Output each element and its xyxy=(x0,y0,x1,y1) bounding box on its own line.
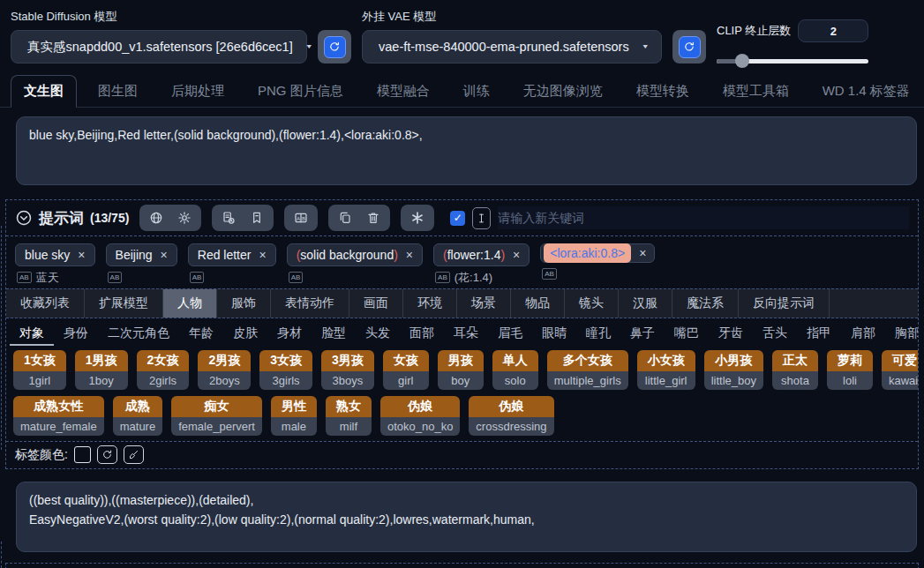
tag-button[interactable]: 小男孩little_boy xyxy=(704,350,763,390)
tag-button[interactable]: 3女孩3girls xyxy=(259,350,312,390)
tag-button[interactable]: 小女孩little_girl xyxy=(637,350,695,390)
main-tab[interactable]: 模型工具箱 xyxy=(710,76,801,107)
category-tab[interactable]: 场景 xyxy=(457,289,511,318)
positive-prompt-textarea[interactable]: blue sky,Beijing,Red letter,(solid backg… xyxy=(16,116,917,185)
prompt-chip[interactable]: Beijing× xyxy=(106,243,177,266)
subcategory-tab[interactable]: 年龄 xyxy=(179,320,223,346)
subcategory-tab[interactable]: 胸部 xyxy=(885,320,918,346)
subcategory-tab[interactable]: 舌头 xyxy=(753,320,797,346)
history-button[interactable] xyxy=(222,211,236,225)
chip-remove-icon[interactable]: × xyxy=(78,248,85,262)
category-tab[interactable]: 物品 xyxy=(511,289,565,318)
clip-skip-slider[interactable] xyxy=(717,54,868,68)
subcategory-tab[interactable]: 头发 xyxy=(356,320,400,346)
main-tab[interactable]: 模型转换 xyxy=(624,76,702,107)
tag-button[interactable]: 女孩girl xyxy=(383,350,429,390)
main-tab[interactable]: 图生图 xyxy=(86,76,150,107)
tag-button[interactable]: 1女孩1girl xyxy=(13,350,66,390)
category-tab[interactable]: 收藏列表 xyxy=(6,289,85,318)
clip-skip-input[interactable] xyxy=(798,19,868,42)
sd-model-refresh-button[interactable] xyxy=(318,30,351,64)
text-cursor-icon[interactable] xyxy=(472,207,491,229)
collapse-chevron-icon[interactable] xyxy=(15,209,33,227)
subcategory-tab[interactable]: 身材 xyxy=(267,320,312,346)
main-tab[interactable]: WD 1.4 标签器 xyxy=(810,76,922,107)
category-tab[interactable]: 魔法系 xyxy=(672,289,739,318)
main-tab[interactable]: 无边图像浏览 xyxy=(511,76,615,107)
vae-refresh-button[interactable] xyxy=(672,30,706,64)
translate-button[interactable]: AB xyxy=(294,211,308,225)
subcategory-tab[interactable]: 眉毛 xyxy=(488,320,532,346)
tag-button[interactable]: 正太shota xyxy=(772,350,818,390)
vae-dropdown[interactable]: vae-ft-mse-840000-ema-pruned.safetensors… xyxy=(362,30,662,64)
chip-remove-icon[interactable]: × xyxy=(161,248,168,262)
subcategory-tab[interactable]: 鼻子 xyxy=(620,320,665,346)
tag-button[interactable]: 1男孩1boy xyxy=(75,350,128,390)
color-swatch[interactable] xyxy=(74,446,91,463)
main-tab[interactable]: 模型融合 xyxy=(364,76,442,107)
subcategory-tab[interactable]: 指甲 xyxy=(797,320,841,346)
copy-button[interactable] xyxy=(338,211,352,225)
chip-remove-icon[interactable]: × xyxy=(513,248,520,262)
slider-handle-icon[interactable] xyxy=(735,54,749,68)
subcategory-tab[interactable]: 脸型 xyxy=(312,320,356,346)
subcategory-tab[interactable]: 肩部 xyxy=(841,320,885,346)
subcategory-tab[interactable]: 二次元角色 xyxy=(98,320,179,346)
tag-button[interactable]: 成熟女性mature_female xyxy=(13,396,104,436)
new-keyword-checkbox[interactable]: ✓ xyxy=(450,211,465,226)
tag-button[interactable]: 成熟mature xyxy=(113,396,162,436)
bookmark-button[interactable] xyxy=(250,211,264,225)
category-tab[interactable]: 环境 xyxy=(403,289,457,318)
main-tab[interactable]: 后期处理 xyxy=(159,76,237,107)
category-tab[interactable]: 服饰 xyxy=(217,289,271,318)
category-tab[interactable]: 表情动作 xyxy=(271,289,349,318)
category-tab[interactable]: 镜头 xyxy=(565,289,619,318)
sd-model-dropdown[interactable]: 真实感snapdd00_v1.safetensors [26e6d6cec1] … xyxy=(11,30,307,64)
subcategory-tab[interactable]: 面部 xyxy=(400,320,444,346)
chip-remove-icon[interactable]: × xyxy=(259,248,266,262)
main-tab[interactable]: PNG 图片信息 xyxy=(245,76,356,107)
tag-button[interactable]: 2女孩2girls xyxy=(137,350,190,390)
tag-button[interactable]: 熟女milf xyxy=(326,396,372,436)
subcategory-tab[interactable]: 瞳孔 xyxy=(576,320,620,346)
globe-button[interactable] xyxy=(149,211,163,225)
chip-remove-icon[interactable]: × xyxy=(406,248,413,262)
tag-button[interactable]: 多个女孩multiple_girls xyxy=(547,350,628,390)
subcategory-tab[interactable]: 嘴巴 xyxy=(665,320,709,346)
tag-button[interactable]: 单人solo xyxy=(492,350,538,390)
main-tab[interactable]: 文生图 xyxy=(11,75,77,108)
prompt-chip[interactable]: Red letter× xyxy=(188,243,276,266)
tag-button[interactable]: 2男孩2boys xyxy=(198,350,251,390)
tag-button[interactable]: 男性male xyxy=(271,396,317,436)
reset-color-button[interactable] xyxy=(97,445,117,464)
negative-prompt-textarea[interactable]: ((best quality)),((masterpiece)),(detail… xyxy=(16,482,917,552)
category-tab[interactable]: 画面 xyxy=(349,289,403,318)
prompt-chip[interactable]: (flower:1.4)× xyxy=(433,243,530,266)
category-tab[interactable]: 扩展模型 xyxy=(85,289,163,318)
gear-button[interactable] xyxy=(177,211,192,225)
ai-button[interactable] xyxy=(410,211,424,225)
new-keyword-input[interactable] xyxy=(498,206,909,229)
subcategory-tab[interactable]: 眼睛 xyxy=(532,320,576,346)
subcategory-tab[interactable]: 牙齿 xyxy=(709,320,753,346)
tag-button[interactable]: 伪娘crossdressing xyxy=(469,396,553,436)
category-tab[interactable]: 反向提示词 xyxy=(739,289,830,318)
trash-button[interactable] xyxy=(366,211,380,225)
subcategory-tab[interactable]: 皮肤 xyxy=(223,320,267,346)
subcategory-tab[interactable]: 耳朵 xyxy=(444,320,488,346)
prompt-chip[interactable]: <lora:aki:0.8>× xyxy=(540,243,655,263)
tag-button[interactable]: 男孩boy xyxy=(438,350,484,390)
tag-button[interactable]: 可爱kawaii xyxy=(882,350,918,390)
tag-button[interactable]: 3男孩3boys xyxy=(321,350,374,390)
category-tab[interactable]: 汉服 xyxy=(619,289,672,318)
prompt-chip[interactable]: (solid background)× xyxy=(287,243,423,266)
main-tab[interactable]: 训练 xyxy=(451,76,502,107)
subcategory-tab[interactable]: 身份 xyxy=(54,320,98,346)
tag-button[interactable]: 痴女female_pervert xyxy=(171,396,262,436)
tag-button[interactable]: 萝莉loli xyxy=(827,350,873,390)
prompt-chip[interactable]: blue sky× xyxy=(15,243,95,266)
chip-remove-icon[interactable]: × xyxy=(639,246,646,260)
subcategory-tab[interactable]: 对象 xyxy=(10,320,54,346)
tag-button[interactable]: 伪娘otoko_no_ko xyxy=(380,396,460,436)
category-tab[interactable]: 人物 xyxy=(163,289,217,318)
